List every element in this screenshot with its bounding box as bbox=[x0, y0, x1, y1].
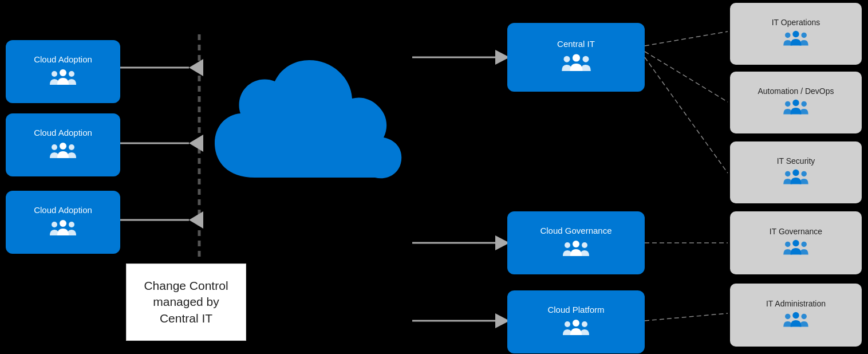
cloud-platform-box: Cloud Platform bbox=[507, 290, 645, 353]
svg-point-24 bbox=[60, 220, 66, 227]
svg-line-15 bbox=[645, 57, 728, 173]
people-icon bbox=[562, 318, 590, 340]
svg-point-27 bbox=[572, 54, 579, 61]
svg-point-32 bbox=[582, 242, 587, 248]
people-icon bbox=[782, 98, 810, 119]
diagram: Cloud Adoption Cloud Adoption Cloud Adop… bbox=[0, 0, 868, 354]
svg-marker-3 bbox=[189, 211, 203, 229]
svg-point-35 bbox=[582, 321, 587, 327]
svg-point-19 bbox=[52, 71, 57, 77]
svg-point-45 bbox=[792, 240, 799, 246]
svg-point-30 bbox=[573, 241, 579, 247]
svg-point-40 bbox=[785, 101, 790, 107]
svg-point-47 bbox=[801, 242, 806, 247]
people-icon bbox=[782, 238, 810, 259]
cloud-adoption-3: Cloud Adoption bbox=[6, 191, 120, 254]
it-operations-box: IT Operations bbox=[730, 3, 862, 65]
svg-line-17 bbox=[645, 313, 728, 321]
people-icon bbox=[782, 310, 810, 331]
svg-point-38 bbox=[801, 33, 806, 38]
people-icon bbox=[49, 68, 77, 89]
svg-point-26 bbox=[69, 222, 74, 227]
svg-point-43 bbox=[785, 171, 790, 176]
svg-point-50 bbox=[801, 314, 806, 319]
cloud-adoption-2: Cloud Adoption bbox=[6, 113, 120, 176]
svg-point-42 bbox=[792, 170, 799, 176]
people-icon bbox=[49, 141, 77, 163]
cloud-adoption-1: Cloud Adoption bbox=[6, 40, 120, 103]
svg-point-23 bbox=[69, 144, 74, 150]
svg-point-34 bbox=[565, 321, 570, 327]
it-administration-box: IT Administration bbox=[730, 284, 862, 347]
svg-point-28 bbox=[563, 56, 570, 62]
cloud-governance-box: Cloud Governance bbox=[507, 211, 645, 274]
svg-line-13 bbox=[645, 32, 728, 46]
people-icon bbox=[782, 29, 810, 50]
svg-line-14 bbox=[645, 52, 728, 102]
people-icon bbox=[562, 239, 590, 261]
cloud-icon bbox=[209, 52, 407, 206]
svg-point-31 bbox=[565, 242, 570, 248]
svg-point-46 bbox=[785, 242, 790, 247]
svg-point-44 bbox=[801, 171, 806, 176]
change-control-box: Change Control managed by Central IT bbox=[126, 263, 246, 341]
svg-point-37 bbox=[785, 33, 790, 38]
svg-point-49 bbox=[785, 314, 790, 319]
svg-point-36 bbox=[792, 31, 799, 37]
svg-point-41 bbox=[801, 101, 806, 107]
automation-devops-box: Automation / DevOps bbox=[730, 72, 862, 133]
svg-point-29 bbox=[582, 56, 589, 62]
people-icon bbox=[782, 168, 810, 188]
svg-marker-1 bbox=[189, 59, 203, 76]
svg-point-18 bbox=[60, 69, 66, 76]
svg-point-33 bbox=[573, 320, 579, 327]
svg-point-21 bbox=[60, 143, 66, 150]
svg-point-48 bbox=[792, 312, 799, 318]
people-icon bbox=[561, 52, 592, 76]
central-it-box: Central IT bbox=[507, 23, 645, 92]
it-governance-box: IT Governance bbox=[730, 211, 862, 274]
svg-point-39 bbox=[792, 100, 799, 106]
svg-point-20 bbox=[69, 71, 74, 77]
it-security-box: IT Security bbox=[730, 141, 862, 203]
svg-point-25 bbox=[52, 222, 57, 227]
svg-marker-2 bbox=[189, 135, 203, 152]
svg-point-22 bbox=[52, 144, 57, 150]
people-icon bbox=[49, 218, 77, 240]
